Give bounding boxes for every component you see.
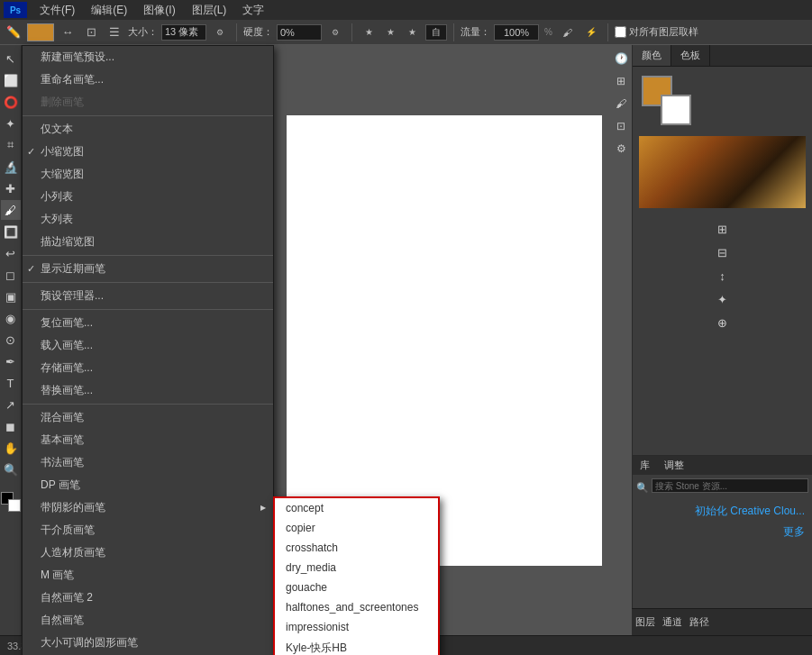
tab-adjustments[interactable]: 调整	[657, 456, 691, 475]
rectangle-select-tool[interactable]: ⬜	[1, 70, 21, 90]
dropdown-dry-media-brush[interactable]: 干介质画笔	[23, 519, 273, 541]
submenu-impressionist[interactable]: impressionist	[275, 617, 438, 637]
dropdown-text-only[interactable]: 仅文本	[23, 118, 273, 141]
panel-icon-3[interactable]: ↕	[713, 266, 733, 286]
dropdown-mix-brush[interactable]: 混合画笔	[23, 406, 273, 429]
brush-options-icon2[interactable]: ☰	[105, 23, 124, 42]
lasso-tool[interactable]: ⭕	[1, 92, 21, 112]
brush-preset-icon[interactable]	[27, 23, 54, 41]
smooth-icon[interactable]: ⚡	[581, 23, 601, 42]
dropdown-basic-brush[interactable]: 基本画笔	[23, 429, 273, 451]
tab-library[interactable]: 库	[633, 456, 657, 475]
history-brush-tool[interactable]: ↩	[1, 243, 21, 263]
submenu-copier[interactable]: copier	[275, 518, 438, 538]
clone-stamp-tool[interactable]: 🔳	[1, 222, 21, 241]
submenu-crosshatch[interactable]: crosshatch	[275, 538, 438, 558]
delete-brush-label: 删除画笔	[41, 95, 84, 110]
dropdown-shadow-brush[interactable]: 带阴影的画笔 concept copier crosshatch dry_med…	[23, 496, 273, 519]
layers-panel-tabs: 图层 通道 路径	[632, 608, 812, 635]
blend-mode-icon2[interactable]: ★	[380, 23, 400, 42]
zoom-tool[interactable]: 🔍	[1, 459, 21, 479]
history-icon[interactable]: 🕐	[611, 49, 631, 68]
menu-text[interactable]: 文字	[235, 1, 271, 20]
dropdown-replace-brushes[interactable]: 替换画笔...	[23, 379, 273, 402]
brush-tool[interactable]: 🖌	[1, 200, 21, 220]
rename-brush-label: 重命名画笔...	[41, 72, 104, 87]
dropdown-m-brush[interactable]: M 画笔	[23, 564, 273, 587]
magic-wand-tool[interactable]: ✦	[1, 114, 21, 133]
path-selection-tool[interactable]: ↗	[1, 395, 21, 414]
blend-mode-icon1[interactable]: ★	[359, 23, 379, 42]
menu-file[interactable]: 文件(F)	[32, 1, 82, 20]
tab-channels[interactable]: 通道	[662, 615, 682, 629]
panel-icon-5[interactable]: ⊕	[713, 313, 733, 332]
brush-tool-icon[interactable]: ✏️	[4, 23, 23, 42]
tab-swatches[interactable]: 色板	[671, 45, 710, 66]
tab-layers[interactable]: 图层	[635, 615, 655, 629]
move-tool[interactable]: ↖	[1, 49, 21, 68]
pen-tool[interactable]: ✒	[1, 351, 21, 371]
dropdown-small-thumb[interactable]: ✓ 小缩览图	[23, 141, 273, 163]
size-input[interactable]	[161, 24, 206, 41]
layers-icon-side[interactable]: ⊞	[611, 71, 631, 91]
dropdown-small-list[interactable]: 小列表	[23, 186, 273, 208]
hardness-input[interactable]	[277, 24, 322, 41]
dropdown-rename-brush[interactable]: 重命名画笔...	[23, 68, 273, 91]
tab-paths[interactable]: 路径	[689, 615, 709, 629]
dropdown-new-preset[interactable]: 新建画笔预设...	[23, 46, 273, 68]
blend-mode-icon3[interactable]: ★	[402, 23, 422, 42]
all-layers-checkbox[interactable]	[615, 26, 626, 38]
dropdown-reset-brushes[interactable]: 复位画笔...	[23, 312, 273, 334]
size-slider-icon[interactable]: ⚙	[210, 23, 230, 42]
panel-icon-2[interactable]: ⊟	[713, 242, 733, 262]
opacity-select[interactable]: 自	[425, 24, 447, 41]
hardness-slider-icon[interactable]: ⚙	[325, 23, 345, 42]
dropdown-natural-brush[interactable]: 自然画笔	[23, 609, 273, 632]
background-color[interactable]	[661, 95, 691, 125]
dropdown-delete-brush[interactable]: 删除画笔	[23, 91, 273, 114]
text-tool[interactable]: T	[1, 373, 21, 393]
menu-image[interactable]: 图像(I)	[136, 1, 182, 20]
tool-icon-side[interactable]: ⚙	[611, 139, 631, 159]
dropdown-large-thumb[interactable]: 大缩览图	[23, 163, 273, 186]
flow-input[interactable]	[494, 24, 539, 41]
dropdown-natural-brush2[interactable]: 自然画笔 2	[23, 587, 273, 609]
dodge-tool[interactable]: ⊙	[1, 330, 21, 350]
library-search-input[interactable]	[652, 478, 808, 493]
menu-edit[interactable]: 编辑(E)	[84, 1, 134, 20]
panel-icon-1[interactable]: ⊞	[713, 219, 733, 239]
menu-layer[interactable]: 图层(L)	[185, 1, 234, 20]
heal-tool[interactable]: ✚	[1, 178, 21, 198]
shape-tool[interactable]: ◼	[1, 416, 21, 436]
submenu-dry-media[interactable]: dry_media	[275, 558, 438, 578]
eraser-tool[interactable]: ◻	[1, 265, 21, 285]
dropdown-load-brushes[interactable]: 载入画笔...	[23, 334, 273, 357]
submenu-gouache[interactable]: gouache	[275, 578, 438, 597]
crop-tool[interactable]: ⌗	[1, 135, 21, 155]
brush-options-icon1[interactable]: ⊡	[81, 23, 101, 42]
blur-tool[interactable]: ◉	[1, 308, 21, 328]
dropdown-stroke-preview[interactable]: 描边缩览图	[23, 231, 273, 253]
dropdown-calligraphy-brush[interactable]: 书法画笔	[23, 451, 273, 474]
clone-icon-side[interactable]: ⊡	[611, 116, 631, 136]
gradient-tool[interactable]: ▣	[1, 287, 21, 306]
hand-tool[interactable]: ✋	[1, 438, 21, 458]
dropdown-dp-brush[interactable]: DP 画笔	[23, 474, 273, 496]
dropdown-round-brush[interactable]: 大小可调的圆形画笔	[23, 632, 273, 654]
panel-icon-4[interactable]: ✦	[713, 289, 733, 309]
brush-icon-side[interactable]: 🖌	[611, 94, 631, 114]
airbrush-icon[interactable]: 🖌	[558, 23, 578, 42]
eyedropper-tool[interactable]: 🔬	[1, 157, 21, 177]
submenu-concept[interactable]: concept	[275, 498, 438, 518]
foreground-bg-colors[interactable]	[1, 492, 21, 512]
more-button[interactable]: 更多	[633, 523, 812, 541]
brush-size-icon[interactable]: ↔	[58, 23, 78, 42]
dropdown-save-brushes[interactable]: 存储画笔...	[23, 357, 273, 379]
tab-color[interactable]: 颜色	[633, 45, 671, 66]
submenu-kyle[interactable]: Kyle-快乐HB	[275, 637, 438, 655]
dropdown-artificial-brush[interactable]: 人造材质画笔	[23, 541, 273, 564]
dropdown-large-list[interactable]: 大列表	[23, 208, 273, 231]
dropdown-show-recent[interactable]: ✓ 显示近期画笔	[23, 258, 273, 280]
dropdown-preset-manager[interactable]: 预设管理器...	[23, 285, 273, 307]
submenu-halftones[interactable]: halftones_and_screentones	[275, 597, 438, 617]
